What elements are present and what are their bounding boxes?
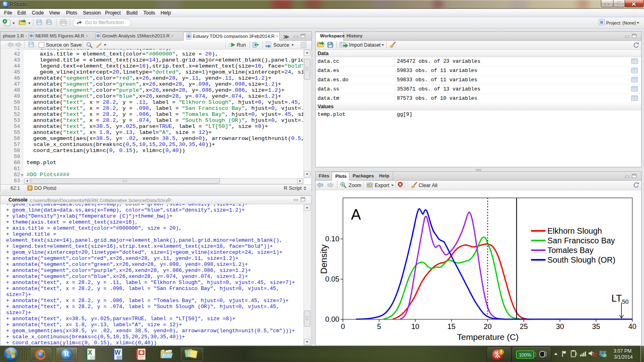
svg-text:R: R bbox=[4, 2, 7, 6]
svg-text:R: R bbox=[30, 34, 33, 38]
svg-text:W: W bbox=[114, 349, 121, 356]
svg-text:100%: 100% bbox=[519, 352, 531, 358]
svg-text:R: R bbox=[64, 350, 70, 358]
svg-text:X: X bbox=[88, 349, 92, 356]
svg-text:#: # bbox=[29, 186, 31, 190]
svg-text:R: R bbox=[188, 34, 190, 38]
svg-text:R: R bbox=[600, 20, 604, 25]
svg-text:R: R bbox=[97, 34, 100, 38]
